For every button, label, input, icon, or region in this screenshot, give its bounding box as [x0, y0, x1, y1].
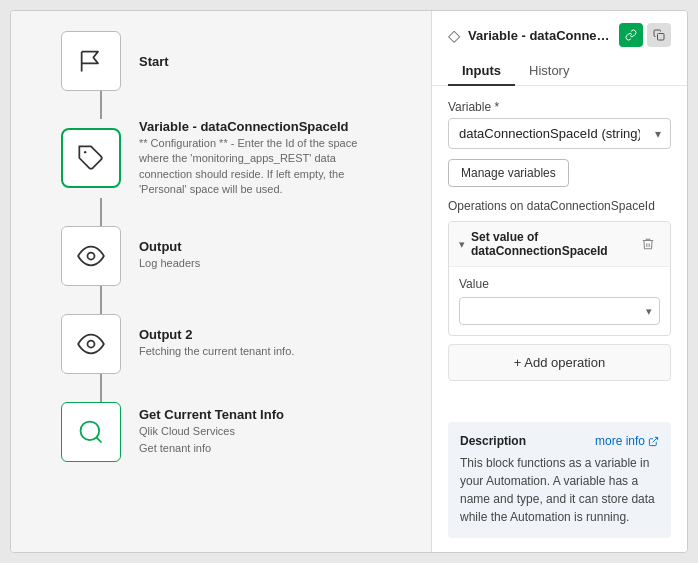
svg-rect-6: [658, 34, 665, 41]
node-tenant[interactable]: [61, 402, 121, 462]
tab-inputs[interactable]: Inputs: [448, 57, 515, 86]
trash-icon: [641, 237, 655, 251]
link-icon: [625, 29, 637, 41]
node-output2-title: Output 2: [139, 327, 294, 342]
copy-button[interactable]: [647, 23, 671, 47]
flow-item-output2: Output 2 Fetching the current tenant inf…: [61, 314, 294, 374]
svg-line-5: [96, 437, 101, 442]
flow-item-output1: Output Log headers: [61, 226, 200, 286]
copy-icon: [653, 29, 665, 41]
tabs: Inputs History: [448, 57, 671, 85]
more-info-link[interactable]: more info: [595, 434, 659, 448]
eye-icon-2: [77, 330, 105, 358]
svg-point-4: [81, 421, 100, 440]
svg-line-7: [653, 437, 658, 442]
node-variable-title: Variable - dataConnectionSpaceId: [139, 119, 359, 134]
variable-select[interactable]: dataConnectionSpaceId (string): [448, 118, 671, 149]
right-header: ◇ Variable - dataConnectionSp...: [432, 11, 687, 86]
variable-label: Variable *: [448, 100, 671, 114]
connector-4: [100, 374, 102, 402]
connector-1: [100, 91, 102, 119]
header-node-name: Variable - dataConnectionSp...: [468, 28, 611, 43]
operation-body: Value ▾: [449, 267, 670, 335]
flow-container: Start Variable - dataConnectionSpaceId *…: [31, 31, 411, 462]
flow-item-variable: Variable - dataConnectionSpaceId ** Conf…: [61, 119, 359, 198]
header-actions: [619, 23, 671, 47]
node-variable[interactable]: [61, 128, 121, 188]
node-start[interactable]: [61, 31, 121, 91]
header-title-row: ◇ Variable - dataConnectionSp...: [448, 23, 671, 47]
link-button[interactable]: [619, 23, 643, 47]
operations-label: Operations on dataConnectionSpaceId: [448, 199, 671, 213]
value-input[interactable]: [459, 297, 660, 325]
node-start-label: Start: [139, 54, 169, 69]
node-output1[interactable]: [61, 226, 121, 286]
tab-history[interactable]: History: [515, 57, 583, 86]
right-body: Variable * dataConnectionSpaceId (string…: [432, 86, 687, 552]
operation-delete-button[interactable]: [636, 232, 660, 256]
node-output2[interactable]: [61, 314, 121, 374]
value-label: Value: [459, 277, 660, 291]
external-link-icon: [648, 436, 659, 447]
header-tag-icon: ◇: [448, 26, 460, 45]
description-box: Description more info This block functio…: [448, 422, 671, 538]
operation-card: ▾ Set value of dataConnectionSpaceId: [448, 221, 671, 336]
variable-select-wrapper: dataConnectionSpaceId (string) ▾: [448, 118, 671, 149]
operation-title: Set value of dataConnectionSpaceId: [471, 230, 630, 258]
svg-point-3: [88, 340, 95, 347]
left-panel: Start Variable - dataConnectionSpaceId *…: [11, 11, 431, 552]
desc-text: This block functions as a variable in yo…: [460, 454, 659, 526]
flag-icon: [77, 47, 105, 75]
value-input-wrapper: ▾: [459, 297, 660, 325]
node-output2-label: Output 2 Fetching the current tenant inf…: [139, 327, 294, 359]
node-tenant-desc1: Qlik Cloud Services: [139, 424, 284, 439]
variable-field: Variable * dataConnectionSpaceId (string…: [448, 100, 671, 149]
app-container: Start Variable - dataConnectionSpaceId *…: [10, 10, 688, 553]
tag-icon: [77, 144, 105, 172]
desc-header: Description more info: [460, 434, 659, 448]
node-output1-title: Output: [139, 239, 200, 254]
node-tenant-desc2: Get tenant info: [139, 441, 284, 456]
node-tenant-label: Get Current Tenant Info Qlik Cloud Servi…: [139, 407, 284, 457]
eye-icon-1: [77, 242, 105, 270]
flow-item-start: Start: [61, 31, 169, 91]
operation-header: ▾ Set value of dataConnectionSpaceId: [449, 222, 670, 267]
search-icon: [77, 418, 105, 446]
connector-2: [100, 198, 102, 226]
operations-section: Operations on dataConnectionSpaceId ▾ Se…: [448, 199, 671, 381]
flow-item-tenant: Get Current Tenant Info Qlik Cloud Servi…: [61, 402, 284, 462]
node-variable-desc: ** Configuration ** - Enter the Id of th…: [139, 136, 359, 198]
right-panel: ◇ Variable - dataConnectionSp...: [431, 11, 687, 552]
node-output2-desc: Fetching the current tenant info.: [139, 344, 294, 359]
manage-variables-section: Manage variables: [448, 159, 671, 187]
node-variable-label: Variable - dataConnectionSpaceId ** Conf…: [139, 119, 359, 198]
node-output1-label: Output Log headers: [139, 239, 200, 271]
add-operation-button[interactable]: + Add operation: [448, 344, 671, 381]
node-tenant-title: Get Current Tenant Info: [139, 407, 284, 422]
operation-chevron-icon[interactable]: ▾: [459, 238, 465, 251]
node-output1-desc: Log headers: [139, 256, 200, 271]
node-start-title: Start: [139, 54, 169, 69]
manage-variables-button[interactable]: Manage variables: [448, 159, 569, 187]
connector-3: [100, 286, 102, 314]
svg-point-2: [88, 252, 95, 259]
desc-title: Description: [460, 434, 526, 448]
